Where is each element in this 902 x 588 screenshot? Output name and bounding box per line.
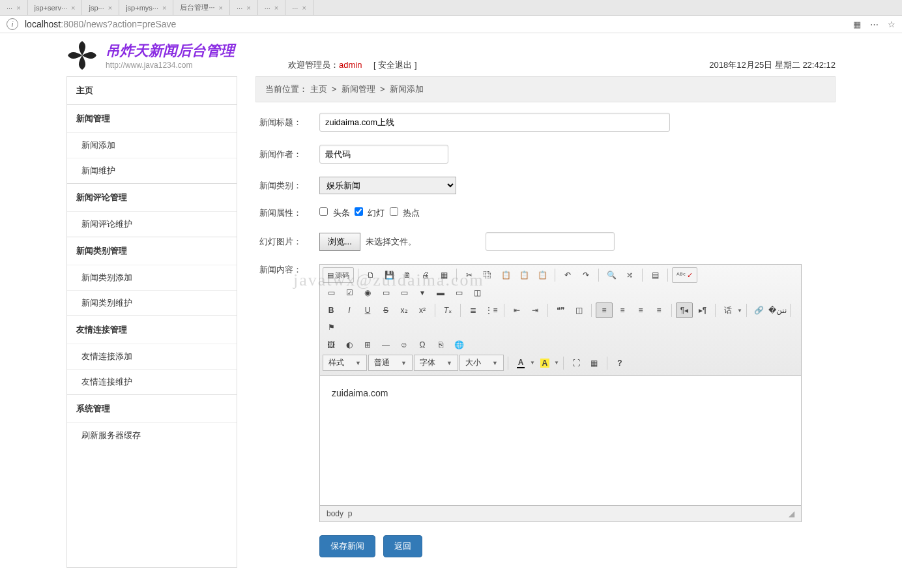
format-combo[interactable]: 普通▼ — [368, 355, 413, 371]
blockquote-icon[interactable]: ❝❞ — [552, 302, 569, 318]
sidebar-item-news-maint[interactable]: 新闻维护 — [67, 158, 237, 183]
align-justify-icon[interactable]: ≡ — [650, 302, 667, 318]
checkbox-hot[interactable]: 热点 — [390, 207, 420, 219]
hidden-icon[interactable]: ◫ — [469, 285, 486, 301]
bold-icon[interactable]: B — [323, 302, 340, 318]
logout-link[interactable]: [ 安全退出 ] — [373, 60, 416, 70]
copy-icon[interactable]: ⿻ — [479, 267, 496, 283]
close-icon[interactable]: × — [71, 4, 75, 12]
close-icon[interactable]: × — [108, 4, 112, 12]
preview-icon[interactable]: 🗎 — [399, 267, 416, 283]
template-icon[interactable]: ▦ — [435, 267, 452, 283]
print-icon[interactable]: 🖨 — [417, 267, 434, 283]
slide-path-input[interactable] — [486, 232, 615, 251]
align-right-icon[interactable]: ≡ — [632, 302, 649, 318]
browser-tab[interactable]: jsp···× — [82, 0, 119, 15]
browse-button[interactable]: 浏览... — [319, 233, 360, 251]
close-icon[interactable]: × — [274, 4, 278, 12]
size-combo[interactable]: 大小▼ — [459, 355, 504, 371]
form-icon[interactable]: ▭ — [323, 285, 340, 301]
close-icon[interactable]: × — [246, 4, 250, 12]
italic-icon[interactable]: I — [341, 302, 358, 318]
save-button[interactable]: 保存新闻 — [319, 535, 375, 557]
browser-tab[interactable]: ···× — [285, 0, 313, 15]
subscript-icon[interactable]: x₂ — [396, 302, 413, 318]
anchor-icon[interactable]: ⚑ — [323, 319, 340, 335]
star-icon[interactable]: ☆ — [888, 20, 895, 29]
checkbox-icon[interactable]: ☑ — [341, 285, 358, 301]
textfield-icon[interactable]: ▭ — [377, 285, 394, 301]
maximize-icon[interactable]: ⛶ — [568, 355, 585, 371]
sidebar-item-link-maint[interactable]: 友情连接维护 — [67, 369, 237, 394]
source-button[interactable]: ▤ 源码 — [323, 267, 354, 283]
pagebreak-icon[interactable]: ⎘ — [432, 337, 449, 353]
editor-body[interactable]: zuidaima.com — [320, 376, 801, 505]
title-input[interactable] — [319, 113, 670, 132]
undo-icon[interactable]: ↶ — [559, 267, 576, 283]
browser-tab[interactable]: ···× — [0, 0, 28, 15]
specialchar-icon[interactable]: Ω — [414, 337, 431, 353]
selectall-icon[interactable]: ▤ — [647, 267, 663, 283]
superscript-icon[interactable]: x² — [414, 302, 431, 318]
new-icon[interactable]: 🗋 — [362, 267, 379, 283]
align-left-icon[interactable]: ≡ — [596, 302, 613, 318]
imagebutton-icon[interactable]: ▭ — [450, 285, 467, 301]
font-combo[interactable]: 字体▼ — [414, 355, 458, 371]
flash-icon[interactable]: ◐ — [341, 337, 358, 353]
back-button[interactable]: 返回 — [383, 535, 422, 557]
div-icon[interactable]: ◫ — [570, 302, 587, 318]
spellcheck-button[interactable]: ᴬᴮᶜ✓ — [672, 267, 697, 283]
showblocks-icon[interactable]: ▦ — [586, 355, 603, 371]
sidebar-item-link-add[interactable]: 友情连接添加 — [67, 344, 237, 369]
resize-handle-icon[interactable]: ◢ — [789, 509, 794, 518]
underline-icon[interactable]: U — [359, 302, 376, 318]
textcolor-icon[interactable]: A — [512, 355, 529, 371]
paste-word-icon[interactable]: 📋 — [534, 267, 551, 283]
replace-icon[interactable]: ⤭ — [621, 267, 638, 283]
select-icon[interactable]: ▾ — [414, 285, 431, 301]
browser-tab[interactable]: ···× — [230, 0, 258, 15]
cut-icon[interactable]: ✂ — [461, 267, 478, 283]
language-button[interactable]: 话 — [720, 302, 736, 318]
close-icon[interactable]: × — [302, 4, 306, 12]
style-combo[interactable]: 样式▼ — [323, 355, 367, 371]
path-body[interactable]: body — [327, 509, 343, 518]
about-icon[interactable]: ? — [611, 355, 628, 371]
author-input[interactable] — [319, 145, 448, 164]
button-icon[interactable]: ▬ — [432, 285, 449, 301]
close-icon[interactable]: × — [162, 4, 166, 12]
path-p[interactable]: p — [348, 509, 353, 518]
crumb-home[interactable]: 主页 — [310, 84, 327, 94]
align-center-icon[interactable]: ≡ — [614, 302, 631, 318]
close-icon[interactable]: × — [219, 4, 223, 12]
numlist-icon[interactable]: ≣ — [465, 302, 482, 318]
browser-tab[interactable]: jsp+serv···× — [28, 0, 83, 15]
rtl-icon[interactable]: ▸¶ — [694, 302, 711, 318]
browser-tab[interactable]: jsp+mys···× — [119, 0, 173, 15]
paste-icon[interactable]: 📋 — [497, 267, 514, 283]
sidebar-item-comment-maint[interactable]: 新闻评论维护 — [67, 211, 237, 237]
sidebar-item-refresh-cache[interactable]: 刷新服务器缓存 — [67, 422, 237, 448]
bgcolor-icon[interactable]: A — [536, 355, 553, 371]
bulletlist-icon[interactable]: ⋮≡ — [483, 302, 500, 318]
qr-icon[interactable]: ▦ — [853, 20, 861, 29]
removeformat-icon[interactable]: Tₓ — [439, 302, 456, 318]
sidebar-item-category-add[interactable]: 新闻类别添加 — [67, 265, 237, 290]
radio-icon[interactable]: ◉ — [359, 285, 376, 301]
unlink-icon[interactable]: �ننن — [769, 302, 786, 318]
checkbox-slide[interactable]: 幻灯 — [355, 207, 385, 219]
smiley-icon[interactable]: ☺ — [396, 337, 413, 353]
outdent-icon[interactable]: ⇤ — [508, 302, 525, 318]
sidebar-item-news-add[interactable]: 新闻添加 — [67, 132, 237, 158]
crumb-news[interactable]: 新闻管理 — [342, 84, 375, 94]
sidebar-home[interactable]: 主页 — [67, 77, 237, 104]
image-icon[interactable]: 🖼 — [323, 337, 340, 353]
strike-icon[interactable]: S — [377, 302, 394, 318]
redo-icon[interactable]: ↷ — [577, 267, 594, 283]
find-icon[interactable]: 🔍 — [603, 267, 620, 283]
close-icon[interactable]: × — [16, 4, 20, 12]
save-icon[interactable]: 💾 — [381, 267, 398, 283]
sidebar-item-category-maint[interactable]: 新闻类别维护 — [67, 290, 237, 316]
ltr-icon[interactable]: ¶◂ — [676, 302, 693, 318]
table-icon[interactable]: ⊞ — [359, 337, 376, 353]
